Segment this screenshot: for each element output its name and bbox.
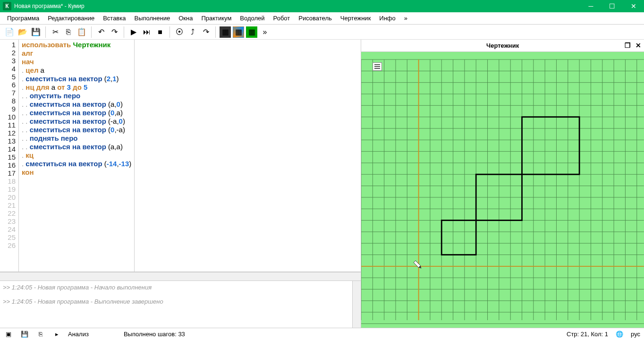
menu-выполнение[interactable]: Выполнение	[130, 13, 174, 23]
save-button[interactable]: 💾	[30, 26, 42, 38]
undo-button[interactable]: ↶	[95, 26, 107, 38]
drafter-panel-title: Чертежник ❐ ✕	[361, 40, 644, 52]
run-button[interactable]: ▶	[128, 26, 139, 38]
status-lang: рус	[631, 331, 640, 338]
stop-button[interactable]: ■	[154, 26, 166, 38]
redo-button[interactable]: ↷	[109, 26, 120, 38]
grid-green-button[interactable]: ▦	[246, 26, 257, 38]
titlebar: К Новая программа* - Кумир ─ ☐ ✕	[0, 0, 644, 12]
together-button[interactable]: ⦿	[174, 26, 185, 38]
code-area[interactable]: использовать Чертежникалгнач. цел а. сме…	[19, 40, 134, 272]
horizontal-scrollbar[interactable]	[0, 272, 361, 280]
copy-button[interactable]: ⎘	[63, 26, 74, 38]
window-title: Новая программа* - Кумир	[14, 3, 580, 9]
maximize-button[interactable]: ☐	[602, 0, 623, 12]
grid-color-button[interactable]: ▦	[233, 26, 244, 38]
status-steps: Выполнено шагов: 33	[124, 331, 185, 338]
editor-right-pane	[134, 40, 361, 272]
step-out-button[interactable]: ⤴	[187, 26, 198, 38]
menu-инфо[interactable]: Инфо	[375, 13, 399, 23]
code-editor[interactable]: 1234567891011121314151617181920212223242…	[0, 40, 361, 272]
drafter-title-text: Чертежник	[486, 42, 519, 49]
paste-button[interactable]: 📋	[76, 26, 87, 38]
menu-редактирование[interactable]: Редактирование	[43, 13, 99, 23]
new-button[interactable]: 📄	[4, 26, 15, 38]
menubar: ПрограммаРедактированиеВставкаВыполнение…	[0, 12, 644, 25]
app-icon: К	[3, 2, 11, 10]
statusbar: ▣ 💾 ⎘ ▸ Анализ Выполнено шагов: 33 Стр: …	[0, 328, 644, 340]
grid-dark-button[interactable]: ▦	[220, 26, 231, 38]
status-play-icon[interactable]: ▸	[52, 330, 61, 339]
minimize-button[interactable]: ─	[580, 0, 602, 12]
drafter-restore-icon[interactable]: ❐	[625, 42, 631, 49]
svg-rect-54	[522, 117, 580, 175]
console-scrollbar[interactable]	[352, 281, 361, 328]
more-button[interactable]: »	[259, 26, 271, 38]
status-console-icon[interactable]: ▣	[4, 330, 13, 339]
menu-робот[interactable]: Робот	[269, 13, 295, 23]
status-cursor: Стр: 21, Кол: 1	[567, 331, 608, 338]
cut-button[interactable]: ✂	[50, 26, 61, 38]
status-copy-icon[interactable]: ⎘	[36, 330, 45, 339]
open-button[interactable]: 📂	[17, 26, 28, 38]
status-analysis: Анализ	[68, 331, 89, 338]
step-skip-button[interactable]: ↷	[200, 26, 212, 38]
menu-практикум[interactable]: Практикум	[197, 13, 236, 23]
status-save-icon[interactable]: 💾	[20, 330, 29, 339]
status-lang-icon[interactable]: 🌐	[615, 330, 624, 339]
close-button[interactable]: ✕	[623, 0, 644, 12]
toolbar: 📄📂💾✂⎘📋↶↷▶⏭■⦿⤴↷▦▦▦»	[0, 25, 644, 40]
console-output[interactable]: >> 1:24:05 - Новая программа - Начало вы…	[0, 280, 361, 328]
svg-rect-52	[442, 221, 476, 255]
menu-программа[interactable]: Программа	[3, 13, 43, 23]
menu-водолей[interactable]: Водолей	[236, 13, 269, 23]
menu-окна[interactable]: Окна	[174, 13, 197, 23]
menu-»[interactable]: »	[400, 13, 412, 23]
drafter-canvas[interactable]	[361, 52, 644, 328]
canvas-menu-button[interactable]	[373, 62, 382, 71]
run-step-button[interactable]: ⏭	[141, 26, 153, 38]
menu-чертежник[interactable]: Чертежник	[336, 13, 375, 23]
line-gutter: 1234567891011121314151617181920212223242…	[0, 40, 19, 272]
menu-вставка[interactable]: Вставка	[99, 13, 130, 23]
menu-рисователь[interactable]: Рисователь	[294, 13, 336, 23]
drafter-close-icon[interactable]: ✕	[636, 42, 641, 49]
